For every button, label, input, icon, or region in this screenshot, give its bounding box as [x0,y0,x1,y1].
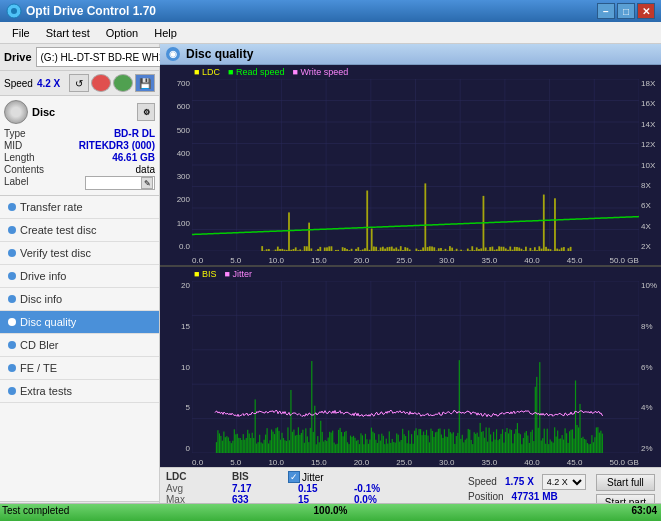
nav-dot [8,272,16,280]
speed-label: Speed [4,78,33,89]
sidebar-item-extra-tests[interactable]: Extra tests [0,380,159,403]
disc-settings-button[interactable]: ⚙ [137,103,155,121]
x-axis-bottom: 0.05.010.015.020.025.030.035.040.045.050… [192,458,639,467]
legend-write-speed: ■ Write speed [292,67,348,77]
menu-file[interactable]: File [4,25,38,41]
nav-dot [8,249,16,257]
disc-icon [4,100,28,124]
main-container: Drive (G:) HL-DT-ST BD-RE WH16NS48 1.D3 … [0,44,661,521]
window-controls: − □ ✕ [597,3,655,19]
nav-dot [8,318,16,326]
ldc-header: LDC [166,471,216,483]
speed-stat-label: Speed [468,476,497,487]
bottom-chart-section: ■ BIS ■ Jitter 20 15 10 5 0 10% 8% 6% 4% [160,267,661,467]
nav-dot [8,387,16,395]
progress-bar-container: Test completed 63:04 100.0% [0,503,661,521]
menu-help[interactable]: Help [146,25,185,41]
disc-label-row: Label ✎ [4,176,155,190]
disc-mid-row: MID RITEKDR3 (000) [4,140,155,151]
legend-read-speed: ■ Read speed [228,67,284,77]
start-full-button[interactable]: Start full [596,474,655,491]
menu-start-test[interactable]: Start test [38,25,98,41]
disc-contents-value: data [136,164,155,175]
disc-length-label: Length [4,152,35,163]
svg-point-1 [11,8,17,14]
sidebar-item-disc-quality[interactable]: Disc quality [0,311,159,334]
charts-wrapper: ■ LDC ■ Read speed ■ Write speed 700 600… [160,65,661,467]
y-axis-left-top: 700 600 500 400 300 200 100 0.0 [160,79,192,251]
y-axis-left-bottom: 20 15 10 5 0 [160,281,192,453]
disc-mid-label: MID [4,140,22,151]
jitter-checkbox-area: ✓ Jitter [288,471,324,483]
legend-jitter: ■ Jitter [224,269,251,279]
sidebar-item-verify-test-disc[interactable]: Verify test disc [0,242,159,265]
jitter-label: Jitter [302,472,324,483]
progress-time: 63:04 [631,505,657,516]
stop-button[interactable] [91,74,111,92]
speed-bar: Speed 4.2 X ↺ 💾 [0,71,159,96]
window-title: Opti Drive Control 1.70 [26,4,597,18]
speed-stat-select[interactable]: 4.2 X [542,474,586,490]
menubar: File Start test Option Help [0,22,661,44]
bis-header: BIS [232,471,272,483]
nav-menu: Transfer rate Create test disc Verify te… [0,196,159,403]
x-axis-top: 0.05.010.015.020.025.030.035.040.045.050… [192,256,639,265]
sidebar-item-create-test-disc[interactable]: Create test disc [0,219,159,242]
minimize-button[interactable]: − [597,3,615,19]
sidebar-item-transfer-rate[interactable]: Transfer rate [0,196,159,219]
ldc-avg: 7.17 [232,483,282,494]
top-chart-canvas [192,79,639,251]
disc-length-row: Length 46.61 GB [4,152,155,163]
app-icon [6,3,22,19]
maximize-button[interactable]: □ [617,3,635,19]
progress-label: Test completed [2,505,69,516]
nav-dot [8,203,16,211]
progress-percent: 100.0% [314,505,348,516]
refresh-button[interactable]: ↺ [69,74,89,92]
nav-dot [8,226,16,234]
content-area: ◉ Disc quality ■ LDC ■ Read speed ■ Writ… [160,44,661,521]
nav-label: CD Bler [20,339,59,351]
sidebar-item-cd-bler[interactable]: CD Bler [0,334,159,357]
chart-title: Disc quality [186,47,253,61]
y-axis-right-bottom: 10% 8% 6% 4% 2% [639,281,661,453]
chart-header-icon: ◉ [166,47,180,61]
disc-mid-value: RITEKDR3 (000) [79,140,155,151]
nav-label: Transfer rate [20,201,83,213]
speed-value: 4.2 X [37,78,60,89]
nav-dot [8,364,16,372]
nav-dot [8,295,16,303]
bis-avg: 0.15 [298,483,338,494]
speed-stat-value: 1.75 X [505,476,534,487]
nav-dot [8,341,16,349]
sidebar: Drive (G:) HL-DT-ST BD-RE WH16NS48 1.D3 … [0,44,160,521]
disc-panel-header: Disc ⚙ [4,100,155,124]
disc-type-row: Type BD-R DL [4,128,155,139]
label-edit-button[interactable]: ✎ [141,177,153,189]
jitter-checkbox[interactable]: ✓ [288,471,300,483]
menu-option[interactable]: Option [98,25,146,41]
nav-label: Verify test disc [20,247,91,259]
disc-panel: Disc ⚙ Type BD-R DL MID RITEKDR3 (000) L… [0,96,159,196]
disc-type-label: Type [4,128,26,139]
y-axis-right-top: 18X 16X 14X 12X 10X 8X 6X 4X 2X [639,79,661,251]
nav-label: Disc quality [20,316,76,328]
nav-label: FE / TE [20,362,57,374]
bottom-chart-legend: ■ BIS ■ Jitter [194,269,252,279]
disc-type-value: BD-R DL [114,128,155,139]
avg-label: Avg [166,483,216,494]
disc-contents-row: Contents data [4,164,155,175]
sidebar-item-disc-info[interactable]: Disc info [0,288,159,311]
save-button[interactable]: 💾 [135,74,155,92]
disc-label: Disc [32,106,55,118]
bottom-chart-canvas [192,281,639,453]
disc-length-value: 46.61 GB [112,152,155,163]
nav-label: Create test disc [20,224,96,236]
legend-ldc: ■ LDC [194,67,220,77]
sidebar-item-fe-te[interactable]: FE / TE [0,357,159,380]
play-button[interactable] [113,74,133,92]
sidebar-item-drive-info[interactable]: Drive info [0,265,159,288]
drive-bar: Drive (G:) HL-DT-ST BD-RE WH16NS48 1.D3 … [0,44,159,71]
close-button[interactable]: ✕ [637,3,655,19]
nav-label: Disc info [20,293,62,305]
